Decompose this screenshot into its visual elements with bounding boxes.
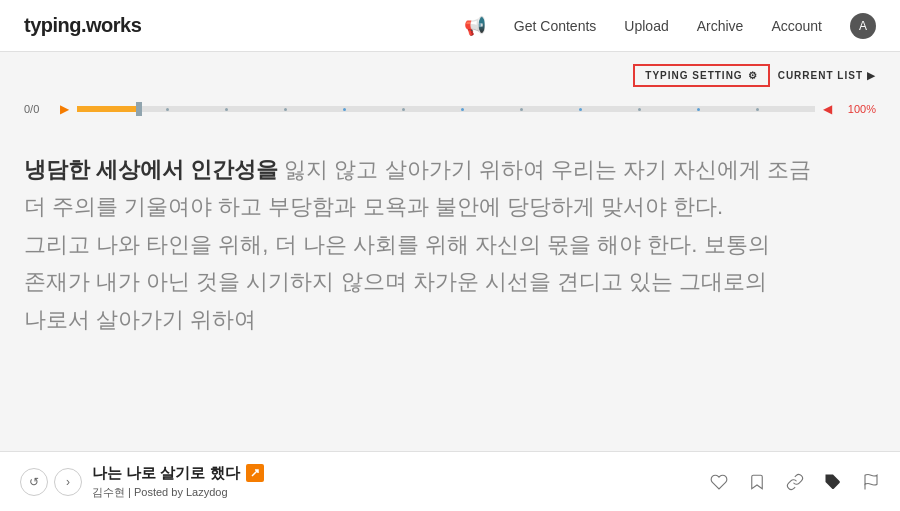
progress-end-button[interactable]: ◀ [823, 102, 832, 116]
progress-play-button[interactable]: ▶ [60, 102, 69, 116]
tag-icon [824, 473, 842, 491]
archive-link[interactable]: Archive [697, 18, 744, 34]
arrow-icon [250, 468, 260, 478]
current-list-button[interactable]: CURRENT LIST ▶ [778, 70, 876, 81]
tag-button[interactable] [824, 473, 842, 491]
progress-dot [343, 108, 346, 111]
progress-dot [697, 108, 700, 111]
progress-dot [461, 108, 464, 111]
footer-bar: ↺ › 나는 나로 살기로 했다 김수현 | Posted by Lazydog [0, 451, 900, 511]
footer-actions [710, 473, 880, 491]
prev-icon: ↺ [29, 475, 39, 489]
highlight-text: 냉담한 세상에서 인간성을 [24, 157, 278, 182]
next-icon: › [66, 475, 70, 489]
progress-counter: 0/0 [24, 103, 52, 115]
account-link[interactable]: Account [771, 18, 822, 34]
footer-author: 김수현 | Posted by Lazydog [92, 485, 264, 500]
avatar[interactable]: A [850, 13, 876, 39]
progress-thumb[interactable] [136, 102, 142, 116]
posted-by-label: | Posted by [128, 486, 183, 498]
book-title: 나는 나로 살기로 했다 [92, 464, 240, 483]
progress-area: 0/0 ▶ ◀ 100% [0, 95, 900, 123]
current-list-arrow-icon: ▶ [867, 70, 876, 81]
external-link-icon[interactable] [246, 464, 264, 482]
main-nav: 📢 Get Contents Upload Archive Account A [464, 13, 876, 39]
footer-title-area: 나는 나로 살기로 했다 김수현 | Posted by Lazydog [92, 464, 264, 500]
main-paragraph: 냉담한 세상에서 인간성을 잃지 않고 살아가기 위하여 우리는 자기 자신에게… [24, 151, 876, 338]
footer-next-button[interactable]: › [54, 468, 82, 496]
logo[interactable]: typing.works [24, 14, 141, 37]
footer-prev-button[interactable]: ↺ [20, 468, 48, 496]
footer-nav-buttons: ↺ › [20, 468, 82, 496]
logo-works: works [86, 14, 141, 36]
typing-setting-button[interactable]: TYPING SETTING ⚙ [633, 64, 769, 87]
progress-filled [77, 106, 136, 112]
gear-icon: ⚙ [748, 70, 758, 81]
progress-dot [402, 108, 405, 111]
like-button[interactable] [710, 473, 728, 491]
progress-dot [284, 108, 287, 111]
progress-dot [638, 108, 641, 111]
progress-dot [166, 108, 169, 111]
main-content: 냉담한 세상에서 인간성을 잃지 않고 살아가기 위하여 우리는 자기 자신에게… [0, 123, 900, 358]
bell-icon[interactable]: 📢 [464, 15, 486, 37]
flag-button[interactable] [862, 473, 880, 491]
flag-icon [862, 473, 880, 491]
footer-title: 나는 나로 살기로 했다 [92, 464, 264, 483]
bookmark-button[interactable] [748, 473, 766, 491]
header: typing.works 📢 Get Contents Upload Archi… [0, 0, 900, 52]
typing-setting-label: TYPING SETTING [645, 70, 742, 81]
poster-name: Lazydog [186, 486, 228, 498]
progress-dot [225, 108, 228, 111]
progress-dot [579, 108, 582, 111]
progress-percent: 100% [840, 103, 876, 115]
heart-icon [710, 473, 728, 491]
upload-link[interactable]: Upload [624, 18, 668, 34]
progress-dot [520, 108, 523, 111]
progress-dot [756, 108, 759, 111]
avatar-letter: A [859, 19, 867, 33]
progress-track[interactable] [77, 106, 815, 112]
author-name: 김수현 [92, 486, 125, 498]
logo-typing: typing. [24, 14, 86, 36]
copy-link-button[interactable] [786, 473, 804, 491]
get-contents-link[interactable]: Get Contents [514, 18, 597, 34]
toolbar: TYPING SETTING ⚙ CURRENT LIST ▶ [0, 52, 900, 95]
current-list-label: CURRENT LIST [778, 70, 863, 81]
link-icon [786, 473, 804, 491]
bookmark-icon [748, 473, 766, 491]
